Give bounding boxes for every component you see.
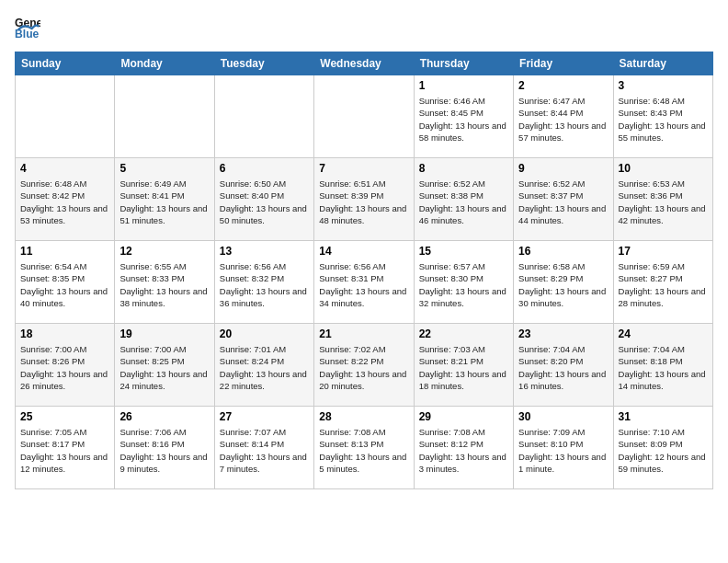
day-number: 31 [619,410,708,423]
day-number: 27 [220,410,309,423]
day-info: Sunrise: 6:53 AMSunset: 8:36 PMDaylight:… [619,178,708,226]
day-info: Sunrise: 6:57 AMSunset: 8:30 PMDaylight:… [419,260,508,309]
day-number: 3 [619,79,708,92]
calendar-cell: 16 Sunrise: 6:58 AMSunset: 8:29 PMDaylig… [514,241,613,324]
logo-icon: General Blue [15,15,40,40]
calendar-cell: 28 Sunrise: 7:08 AMSunset: 8:13 PMDaylig… [314,407,414,489]
calendar-cell: 3 Sunrise: 6:48 AMSunset: 8:43 PMDayligh… [613,75,712,158]
day-info: Sunrise: 7:03 AMSunset: 8:21 PMDaylight:… [419,343,508,392]
day-number: 25 [20,410,109,423]
calendar-cell: 30 Sunrise: 7:09 AMSunset: 8:10 PMDaylig… [514,407,613,489]
calendar-cell: 31 Sunrise: 7:10 AMSunset: 8:09 PMDaylig… [613,407,712,489]
calendar-cell: 29 Sunrise: 7:08 AMSunset: 8:12 PMDaylig… [414,407,513,489]
day-number: 28 [319,410,408,423]
day-number: 22 [419,327,508,340]
calendar-cell: 14 Sunrise: 6:56 AMSunset: 8:31 PMDaylig… [314,241,414,324]
day-info: Sunrise: 7:10 AMSunset: 8:09 PMDaylight:… [619,426,708,475]
day-info: Sunrise: 6:56 AMSunset: 8:32 PMDaylight:… [220,260,309,309]
calendar-cell: 21 Sunrise: 7:02 AMSunset: 8:22 PMDaylig… [314,324,414,407]
calendar-cell: 22 Sunrise: 7:03 AMSunset: 8:21 PMDaylig… [414,324,513,407]
calendar-cell: 2 Sunrise: 6:47 AMSunset: 8:44 PMDayligh… [514,75,613,158]
calendar-cell: 6 Sunrise: 6:50 AMSunset: 8:40 PMDayligh… [214,158,313,241]
day-number: 17 [619,245,708,258]
day-info: Sunrise: 6:48 AMSunset: 8:43 PMDaylight:… [619,95,708,144]
calendar-week-2: 4 Sunrise: 6:48 AMSunset: 8:42 PMDayligh… [16,158,713,241]
day-number: 23 [518,327,608,340]
calendar-cell [16,75,115,158]
day-info: Sunrise: 6:51 AMSunset: 8:39 PMDaylight:… [319,178,408,226]
calendar-cell [314,75,414,158]
calendar-cell: 20 Sunrise: 7:01 AMSunset: 8:24 PMDaylig… [214,324,313,407]
day-number: 6 [220,162,309,175]
calendar-cell: 15 Sunrise: 6:57 AMSunset: 8:30 PMDaylig… [414,241,513,324]
day-number: 10 [619,162,708,175]
day-header-sunday: Sunday [16,52,115,75]
day-info: Sunrise: 7:06 AMSunset: 8:16 PMDaylight:… [119,426,209,475]
calendar-header-row: SundayMondayTuesdayWednesdayThursdayFrid… [16,52,713,75]
day-info: Sunrise: 7:01 AMSunset: 8:24 PMDaylight:… [220,343,309,392]
day-info: Sunrise: 6:46 AMSunset: 8:45 PMDaylight:… [419,95,508,144]
day-number: 16 [518,245,608,258]
calendar-cell: 7 Sunrise: 6:51 AMSunset: 8:39 PMDayligh… [314,158,414,241]
day-info: Sunrise: 7:02 AMSunset: 8:22 PMDaylight:… [319,343,408,392]
day-info: Sunrise: 6:59 AMSunset: 8:27 PMDaylight:… [619,260,708,309]
day-info: Sunrise: 7:00 AMSunset: 8:25 PMDaylight:… [119,343,209,392]
day-header-saturday: Saturday [613,52,712,75]
calendar-cell: 27 Sunrise: 7:07 AMSunset: 8:14 PMDaylig… [214,407,313,489]
calendar-table: SundayMondayTuesdayWednesdayThursdayFrid… [15,52,713,489]
day-number: 5 [119,162,209,175]
logo: General Blue [15,15,44,40]
day-number: 19 [119,327,209,340]
day-number: 14 [319,245,408,258]
day-info: Sunrise: 7:08 AMSunset: 8:13 PMDaylight:… [319,426,408,475]
day-number: 9 [518,162,608,175]
day-number: 15 [419,245,508,258]
calendar-cell: 17 Sunrise: 6:59 AMSunset: 8:27 PMDaylig… [613,241,712,324]
day-number: 29 [419,410,508,423]
calendar-cell: 5 Sunrise: 6:49 AMSunset: 8:41 PMDayligh… [115,158,214,241]
calendar-cell [115,75,214,158]
day-info: Sunrise: 7:00 AMSunset: 8:26 PMDaylight:… [20,343,109,392]
calendar-cell: 11 Sunrise: 6:54 AMSunset: 8:35 PMDaylig… [16,241,115,324]
day-info: Sunrise: 7:04 AMSunset: 8:18 PMDaylight:… [619,343,708,392]
day-number: 1 [419,79,508,92]
day-header-monday: Monday [115,52,214,75]
day-info: Sunrise: 6:49 AMSunset: 8:41 PMDaylight:… [119,178,209,226]
day-number: 8 [419,162,508,175]
calendar-cell: 26 Sunrise: 7:06 AMSunset: 8:16 PMDaylig… [115,407,214,489]
day-info: Sunrise: 7:07 AMSunset: 8:14 PMDaylight:… [220,426,309,475]
day-info: Sunrise: 6:56 AMSunset: 8:31 PMDaylight:… [319,260,408,309]
day-number: 18 [20,327,109,340]
calendar-cell: 23 Sunrise: 7:04 AMSunset: 8:20 PMDaylig… [514,324,613,407]
calendar-cell: 4 Sunrise: 6:48 AMSunset: 8:42 PMDayligh… [16,158,115,241]
calendar-cell: 24 Sunrise: 7:04 AMSunset: 8:18 PMDaylig… [613,324,712,407]
day-info: Sunrise: 6:52 AMSunset: 8:37 PMDaylight:… [518,178,608,226]
calendar-cell [214,75,313,158]
day-info: Sunrise: 6:48 AMSunset: 8:42 PMDaylight:… [20,178,109,226]
day-header-friday: Friday [514,52,613,75]
day-info: Sunrise: 7:08 AMSunset: 8:12 PMDaylight:… [419,426,508,475]
day-number: 7 [319,162,408,175]
day-number: 21 [319,327,408,340]
day-info: Sunrise: 7:05 AMSunset: 8:17 PMDaylight:… [20,426,109,475]
calendar-week-4: 18 Sunrise: 7:00 AMSunset: 8:26 PMDaylig… [16,324,713,407]
calendar-week-5: 25 Sunrise: 7:05 AMSunset: 8:17 PMDaylig… [16,407,713,489]
day-number: 20 [220,327,309,340]
day-number: 24 [619,327,708,340]
svg-text:Blue: Blue [15,28,40,40]
page-header: General Blue [15,15,713,40]
calendar-cell: 13 Sunrise: 6:56 AMSunset: 8:32 PMDaylig… [214,241,313,324]
day-header-thursday: Thursday [414,52,513,75]
calendar-cell: 8 Sunrise: 6:52 AMSunset: 8:38 PMDayligh… [414,158,513,241]
calendar-cell: 10 Sunrise: 6:53 AMSunset: 8:36 PMDaylig… [613,158,712,241]
day-number: 26 [119,410,209,423]
calendar-week-3: 11 Sunrise: 6:54 AMSunset: 8:35 PMDaylig… [16,241,713,324]
day-number: 12 [119,245,209,258]
day-info: Sunrise: 6:50 AMSunset: 8:40 PMDaylight:… [220,178,309,226]
day-number: 13 [220,245,309,258]
day-info: Sunrise: 7:09 AMSunset: 8:10 PMDaylight:… [518,426,608,475]
day-info: Sunrise: 7:04 AMSunset: 8:20 PMDaylight:… [518,343,608,392]
day-info: Sunrise: 6:55 AMSunset: 8:33 PMDaylight:… [119,260,209,309]
day-info: Sunrise: 6:52 AMSunset: 8:38 PMDaylight:… [419,178,508,226]
day-number: 30 [518,410,608,423]
